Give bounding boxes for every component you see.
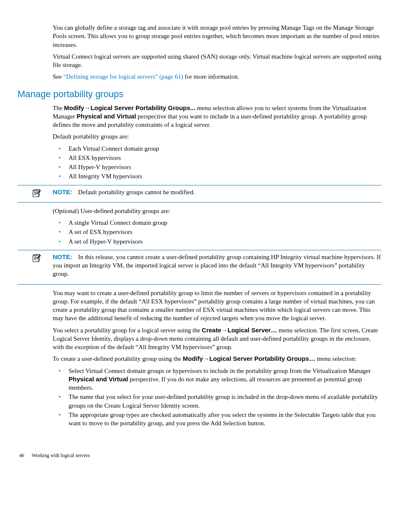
create-user-defined-intro: To create a user-defined portability gro… — [53, 355, 381, 363]
page-footer: 46Working with logical servers — [18, 452, 381, 459]
note-default-groups: NOTE:Default portability groups cannot b… — [18, 185, 381, 203]
default-groups-list: Each Virtual Connect domain group All ES… — [53, 144, 381, 181]
create-label: Create — [202, 326, 221, 334]
see-prefix: See — [53, 73, 63, 80]
text-fragment: You select a portability group for a log… — [53, 327, 202, 334]
modify-label: Modify — [64, 104, 84, 111]
note-label: NOTE: — [53, 253, 72, 260]
default-groups-intro: Default portability groups are: — [53, 132, 381, 141]
physical-and-virtual-label: Physical and Virtual — [77, 113, 136, 120]
arrow-icon: → — [84, 105, 90, 111]
defining-storage-link[interactable]: “Defining storage for logical servers” (… — [63, 73, 183, 80]
text-fragment: To create a user-defined portability gro… — [53, 355, 183, 362]
physical-and-virtual-label: Physical and Virtual — [69, 375, 128, 383]
create-group-reason-paragraph: You may want to create a user-defined po… — [53, 289, 381, 323]
text-fragment: The — [53, 105, 64, 111]
modify-label: Modify — [183, 355, 203, 362]
list-item: A single Virtual Connect domain group — [53, 218, 381, 227]
optional-groups-list: A single Virtual Connect domain group A … — [53, 218, 381, 246]
note-divider-bottom — [18, 284, 381, 285]
intro-paragraph-2: Virtual Connect logical servers are supp… — [53, 52, 381, 69]
list-item: The appropriate group types are checked … — [53, 411, 381, 428]
note-divider-bottom — [18, 202, 381, 203]
note-icon — [18, 188, 53, 200]
logical-server-label: Logical Server… — [228, 326, 277, 334]
list-item: The name that you select for your user-d… — [53, 393, 381, 410]
note-user-defined-limitation: NOTE:In this release, you cannot create … — [18, 250, 381, 285]
intro-paragraph-1: You can globally define a storage tag an… — [53, 23, 381, 49]
list-item: All Hyper-V hypervisors — [53, 163, 381, 171]
optional-groups-intro: (Optional) User-defined portability grou… — [53, 207, 381, 215]
manage-portability-groups-heading: Manage portability groups — [18, 89, 381, 100]
note-text: NOTE:In this release, you cannot create … — [53, 253, 381, 278]
intro-paragraph-3: See “Defining storage for logical server… — [53, 72, 381, 81]
list-item: All Integrity VM hypervisors — [53, 172, 381, 180]
note-label: NOTE: — [53, 188, 72, 195]
list-item: Each Virtual Connect domain group — [53, 144, 381, 153]
see-suffix: for more information. — [183, 73, 239, 80]
list-item: A set of ESX hypervisors — [53, 228, 381, 236]
note-text: NOTE:Default portability groups cannot b… — [53, 188, 381, 196]
list-item: All ESX hypervisors — [53, 154, 381, 162]
logical-server-portability-groups-label: Logical Server Portability Groups… — [209, 355, 315, 362]
footer-title: Working with logical servers — [32, 452, 90, 458]
list-item: A set of Hyper-V hypervisors — [53, 237, 381, 246]
note-body: Default portability groups cannot be mod… — [78, 189, 195, 195]
text-fragment: menu selection: — [315, 355, 356, 362]
note-icon — [18, 253, 53, 265]
text-fragment: Select Virtual Connect domain groups or … — [69, 368, 371, 374]
list-item: Select Virtual Connect domain groups or … — [53, 367, 381, 392]
logical-server-portability-groups-label: Logical Server Portability Groups... — [90, 104, 195, 111]
create-steps-list: Select Virtual Connect domain groups or … — [53, 367, 381, 428]
select-portability-paragraph: You select a portability group for a log… — [53, 326, 381, 352]
page-number: 46 — [19, 452, 24, 458]
arrow-icon: → — [203, 355, 209, 362]
arrow-icon: → — [221, 327, 228, 334]
note-body: In this release, you cannot create a use… — [53, 254, 381, 278]
portability-paragraph-1: The Modify→Logical Server Portability Gr… — [53, 104, 381, 129]
